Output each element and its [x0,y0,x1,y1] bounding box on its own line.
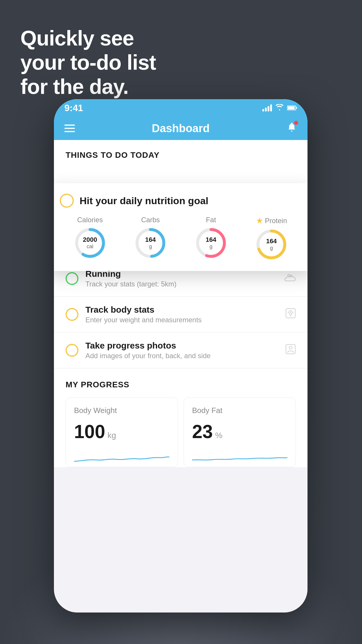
nutrition-carbs: Carbs 164 g [134,216,166,259]
headline: Quickly see your to-do list for the day. [20,26,156,99]
signal-icon [262,104,272,111]
notification-dot [294,121,298,125]
calories-value: 2000 cal [74,227,106,259]
calories-ring: 2000 cal [74,227,106,259]
todo-circle-nutrition[interactable] [60,194,74,208]
todo-item-photos[interactable]: Take progress photos Add images of your … [54,332,307,368]
svg-point-15 [289,346,292,349]
todo-subtitle-photos: Add images of your front, back, and side [85,352,285,360]
carbs-value: 164 g [134,227,166,259]
svg-point-12 [289,313,292,315]
todo-text-photos: Take progress photos Add images of your … [85,341,285,360]
fat-ring: 164 g [195,227,227,259]
todo-circle-body-stats [66,308,78,321]
todo-title-photos: Take progress photos [85,341,285,351]
progress-section: MY PROGRESS Body Weight 100 kg Body Fat [54,368,307,467]
body-fat-number: 23 [192,421,213,442]
status-bar: 9:41 [54,99,307,117]
calories-label: Calories [77,216,103,224]
progress-cards: Body Weight 100 kg Body Fat 23 % [66,398,296,467]
body-fat-chart [192,448,287,466]
card-title-row: Hit your daily nutrition goal [60,194,302,208]
main-content: THINGS TO DO TODAY Hit your daily nutrit… [54,140,307,467]
progress-card-weight: Body Weight 100 kg [66,398,178,467]
todo-subtitle-body-stats: Enter your weight and measurements [85,316,285,324]
nutrition-grid: Calories 2000 cal Carbs [60,216,302,260]
status-icons [262,104,297,113]
battery-icon [287,104,297,113]
body-weight-unit: kg [108,431,116,440]
protein-value: 164 g [255,228,287,260]
nutrition-card: Hit your daily nutrition goal Calories 2… [54,183,307,271]
status-time: 9:41 [64,103,83,113]
todo-subtitle-running: Track your stats (target: 5km) [85,280,284,288]
nav-title: Dashboard [152,122,210,135]
nutrition-calories: Calories 2000 cal [74,216,106,259]
notification-bell[interactable] [287,122,297,135]
nav-bar: Dashboard [54,117,307,140]
body-weight-chart [74,448,169,466]
todo-text-running: Running Track your stats (target: 5km) [85,269,284,288]
shoe-icon [284,273,296,284]
carbs-ring: 164 g [134,227,166,259]
body-fat-unit: % [215,431,222,440]
svg-rect-1 [288,106,295,109]
svg-rect-2 [296,107,297,109]
fat-label: Fat [206,216,216,224]
fat-value: 164 g [195,227,227,259]
todo-item-body-stats[interactable]: Track body stats Enter your weight and m… [54,297,307,332]
card-title: Hit your daily nutrition goal [80,195,208,206]
body-weight-number: 100 [74,421,105,442]
todo-circle-photos [66,344,78,357]
protein-ring: 164 g [255,228,287,260]
protein-label-row: ★ Protein [256,216,287,225]
section-header: THINGS TO DO TODAY [54,140,307,164]
todo-text-body-stats: Track body stats Enter your weight and m… [85,305,285,324]
todo-list: Running Track your stats (target: 5km) T… [54,261,307,368]
wifi-icon [275,104,284,113]
star-icon: ★ [256,216,263,225]
body-fat-title: Body Fat [192,406,287,415]
nutrition-fat: Fat 164 g [195,216,227,259]
body-weight-title: Body Weight [74,406,169,415]
nutrition-protein: ★ Protein 164 g [255,216,287,260]
scale-icon [285,308,296,321]
body-fat-value-row: 23 % [192,421,287,442]
phone-frame: 9:41 [54,99,307,612]
carbs-label: Carbs [141,216,160,224]
body-weight-value-row: 100 kg [74,421,169,442]
person-icon [285,344,296,357]
progress-header: MY PROGRESS [66,380,296,389]
todo-circle-running [66,272,78,285]
hamburger-menu[interactable] [64,125,75,132]
todo-title-body-stats: Track body stats [85,305,285,315]
progress-card-fat: Body Fat 23 % [184,398,296,467]
protein-label: Protein [265,217,287,225]
